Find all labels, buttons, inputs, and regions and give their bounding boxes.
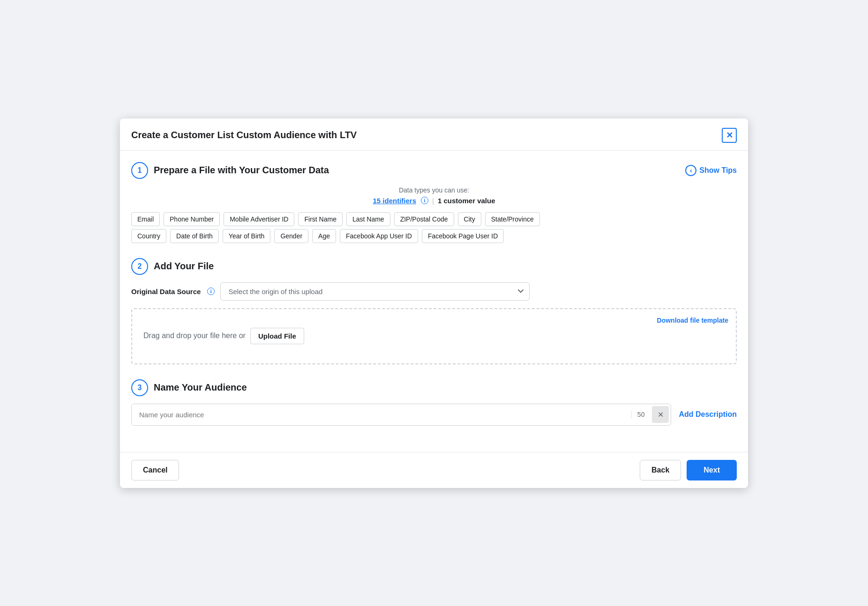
- name-input-wrapper: 50 ✕: [131, 404, 671, 426]
- step2-section: 2 Add Your File Original Data Source i S…: [131, 258, 737, 364]
- close-button[interactable]: ✕: [722, 128, 737, 143]
- tag-phone: Phone Number: [164, 212, 220, 226]
- tag-state: State/Province: [485, 212, 540, 226]
- step1-title: Prepare a File with Your Customer Data: [154, 165, 329, 176]
- step1-section: 1 Prepare a File with Your Customer Data…: [131, 162, 737, 243]
- step1-circle: 1: [131, 162, 148, 179]
- add-description-button[interactable]: Add Description: [679, 410, 737, 419]
- show-tips-icon: ‹: [685, 165, 696, 176]
- step2-title: Add Your File: [154, 261, 214, 272]
- data-types-label: Data types you can use:: [131, 186, 737, 194]
- tag-yob: Year of Birth: [223, 229, 271, 243]
- identifiers-info-icon[interactable]: i: [421, 197, 428, 204]
- step2-header: 2 Add Your File: [131, 258, 737, 275]
- data-types-counts: 15 identifiers i | 1 customer value: [131, 197, 737, 205]
- char-count: 50: [631, 411, 651, 418]
- audience-name-input[interactable]: [132, 404, 631, 425]
- step1-header: 1 Prepare a File with Your Customer Data…: [131, 162, 737, 179]
- modal: Create a Customer List Custom Audience w…: [120, 118, 748, 488]
- step3-header: 3 Name Your Audience: [131, 379, 737, 396]
- tags-row-1: Email Phone Number Mobile Advertiser ID …: [131, 212, 737, 226]
- clear-name-button[interactable]: ✕: [652, 406, 669, 423]
- tag-age: Age: [312, 229, 336, 243]
- tag-mobile-id: Mobile Advertiser ID: [224, 212, 294, 226]
- tag-fb-page-id: Facebook Page User ID: [422, 229, 504, 243]
- modal-body: 1 Prepare a File with Your Customer Data…: [120, 151, 748, 452]
- tag-gender: Gender: [274, 229, 308, 243]
- step3-title-group: 3 Name Your Audience: [131, 379, 247, 396]
- source-select[interactable]: Select the origin of this upload Directl…: [220, 282, 530, 301]
- drag-drop-row: Drag and drop your file here or Upload F…: [143, 328, 725, 344]
- footer-right: Back Next: [640, 460, 737, 480]
- download-template-link[interactable]: Download file template: [657, 317, 728, 324]
- upload-area: Download file template Drag and drop you…: [131, 308, 737, 364]
- upload-file-button[interactable]: Upload File: [250, 328, 304, 344]
- drag-drop-text: Drag and drop your file here or: [143, 332, 246, 340]
- back-button[interactable]: Back: [640, 460, 681, 480]
- tag-fb-app-id: Facebook App User ID: [340, 229, 418, 243]
- step1-title-group: 1 Prepare a File with Your Customer Data: [131, 162, 329, 179]
- original-source-label: Original Data Source: [131, 288, 201, 296]
- next-button[interactable]: Next: [687, 460, 737, 480]
- customer-value-label: 1 customer value: [438, 197, 495, 205]
- tag-city: City: [458, 212, 481, 226]
- step2-circle: 2: [131, 258, 148, 275]
- identifiers-count[interactable]: 15 identifiers: [373, 197, 416, 205]
- tag-email: Email: [131, 212, 160, 226]
- pipe-separator: |: [432, 197, 434, 205]
- cancel-button[interactable]: Cancel: [131, 460, 179, 480]
- source-info-icon[interactable]: i: [207, 288, 215, 295]
- show-tips-label: Show Tips: [699, 166, 737, 175]
- modal-title: Create a Customer List Custom Audience w…: [131, 130, 357, 140]
- modal-header: Create a Customer List Custom Audience w…: [120, 118, 748, 151]
- audience-name-row: 50 ✕ Add Description: [131, 404, 737, 426]
- show-tips-button[interactable]: ‹ Show Tips: [685, 165, 737, 176]
- data-types-container: Data types you can use: 15 identifiers i…: [131, 186, 737, 205]
- tags-row-2: Country Date of Birth Year of Birth Gend…: [131, 229, 737, 243]
- step3-title: Name Your Audience: [154, 382, 247, 393]
- step3-section: 3 Name Your Audience 50 ✕ Add Descriptio…: [131, 379, 737, 426]
- step3-circle: 3: [131, 379, 148, 396]
- original-source-row: Original Data Source i Select the origin…: [131, 282, 737, 301]
- tag-dob: Date of Birth: [170, 229, 219, 243]
- tag-zip: ZIP/Postal Code: [394, 212, 454, 226]
- tag-last-name: Last Name: [346, 212, 390, 226]
- step2-title-group: 2 Add Your File: [131, 258, 214, 275]
- tag-first-name: First Name: [298, 212, 342, 226]
- tag-country: Country: [131, 229, 166, 243]
- modal-footer: Cancel Back Next: [120, 452, 748, 488]
